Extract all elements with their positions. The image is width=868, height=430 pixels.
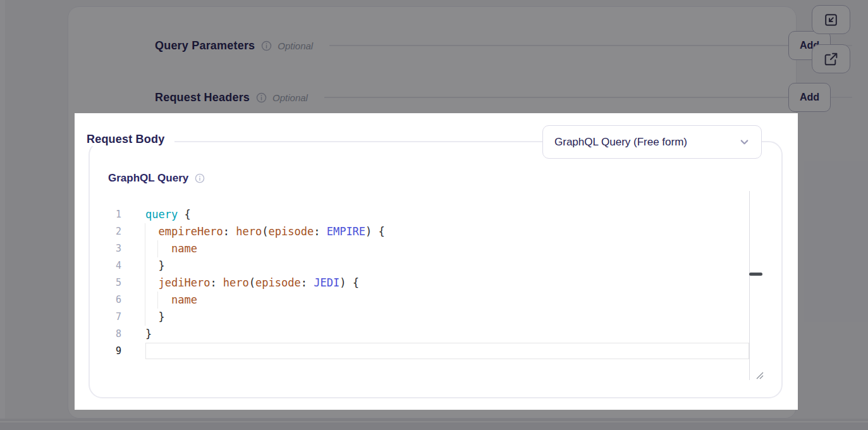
request-body-title: Request Body xyxy=(87,133,174,146)
graphql-query-label: GraphQL Query xyxy=(108,172,188,185)
request-body-panel: Request Body GraphQL Query (Free form) G… xyxy=(75,113,798,410)
chevron-down-icon xyxy=(739,137,750,147)
body-type-selected-value: GraphQL Query (Free form) xyxy=(554,136,687,149)
info-icon xyxy=(195,173,205,183)
body-type-select[interactable]: GraphQL Query (Free form) xyxy=(542,125,762,159)
editor-resize-handle[interactable] xyxy=(755,371,764,380)
editor-scrollbar-thumb[interactable] xyxy=(749,273,762,276)
graphql-query-editor[interactable]: query { empireHero: hero(episode: EMPIRE… xyxy=(145,206,749,360)
editor-gutter: 123456789 xyxy=(102,206,121,360)
editor-scrollbar-track xyxy=(749,191,750,380)
graphql-query-label-row: GraphQL Query xyxy=(108,172,205,185)
